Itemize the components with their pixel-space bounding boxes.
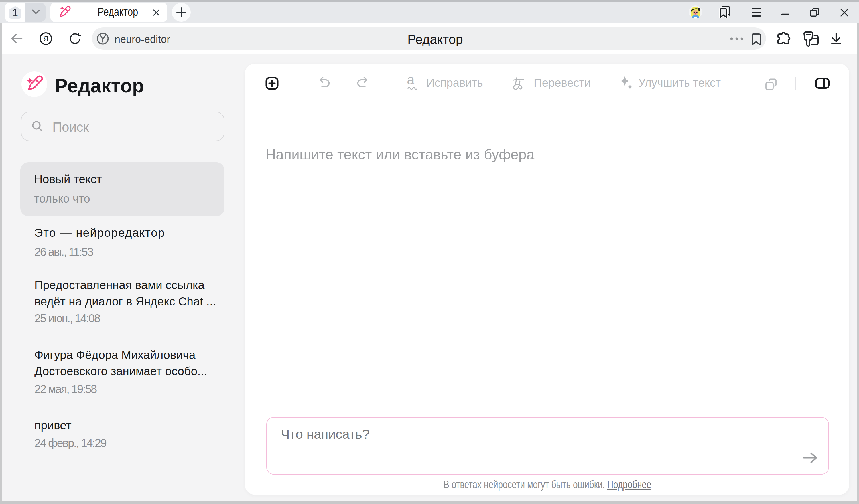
svg-text:Я: Я [43,35,48,43]
